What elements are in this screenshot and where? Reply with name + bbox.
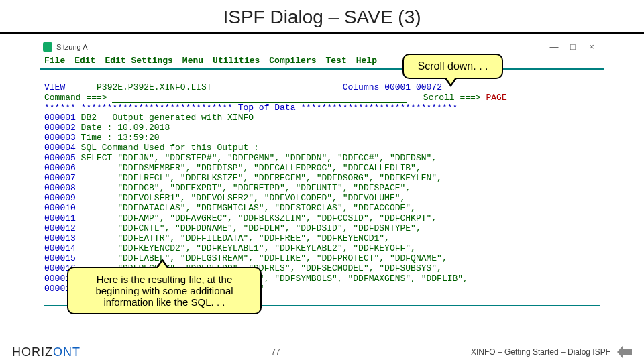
brand-logo: HORIZONT: [12, 345, 80, 359]
window-titlebar: Sitzung A — □ ×: [40, 40, 604, 54]
maximize-button[interactable]: □: [564, 40, 582, 54]
minimize-button[interactable]: —: [545, 40, 564, 54]
page-number: 77: [80, 347, 471, 357]
menu-edit-settings[interactable]: Edit_Settings: [105, 56, 172, 66]
menu-compilers[interactable]: Compilers: [269, 56, 316, 66]
columns-from: 00001: [384, 82, 411, 93]
columns-label: Columns: [343, 82, 380, 93]
ispf-menubar: File Edit Edit_Settings Menu Utilities C…: [40, 54, 604, 67]
scroll-value[interactable]: PAGE: [486, 93, 506, 103]
close-button[interactable]: ×: [582, 40, 601, 54]
app-icon: [43, 42, 52, 52]
scroll-label: Scroll ===>: [423, 93, 481, 103]
mode-label: VIEW: [44, 82, 65, 93]
command-prompt: Command ===>: [44, 93, 107, 103]
window-session-label: Sitzung A: [56, 43, 87, 51]
menu-test[interactable]: Test: [326, 56, 347, 66]
slide-title: ISPF Dialog – SAVE (3): [0, 0, 644, 32]
top-of-data: ****** ***************************** Top…: [44, 103, 458, 113]
menu-edit[interactable]: Edit: [74, 56, 95, 66]
dataset-name: P392E.P392E.XINFO.LIST: [97, 82, 212, 93]
menu-file[interactable]: File: [44, 56, 65, 66]
menu-help[interactable]: Help: [356, 56, 377, 66]
footer-right: XINFO – Getting Started – Dialog ISPF: [471, 345, 632, 359]
menu-menu[interactable]: Menu: [182, 56, 203, 66]
menubar-divider: [40, 68, 604, 70]
menu-utilities[interactable]: Utilities: [213, 56, 260, 66]
command-input[interactable]: [112, 94, 407, 103]
columns-to: 00072: [416, 82, 442, 93]
title-divider: [0, 32, 644, 34]
callout-scroll-down: Scroll down. . .: [402, 54, 503, 79]
callout-resulting-file: Here is the resulting file, at the begin…: [67, 267, 262, 314]
slide-footer: HORIZONT 77 XINFO – Getting Started – Di…: [0, 342, 644, 362]
back-arrow-icon[interactable]: [617, 345, 632, 359]
